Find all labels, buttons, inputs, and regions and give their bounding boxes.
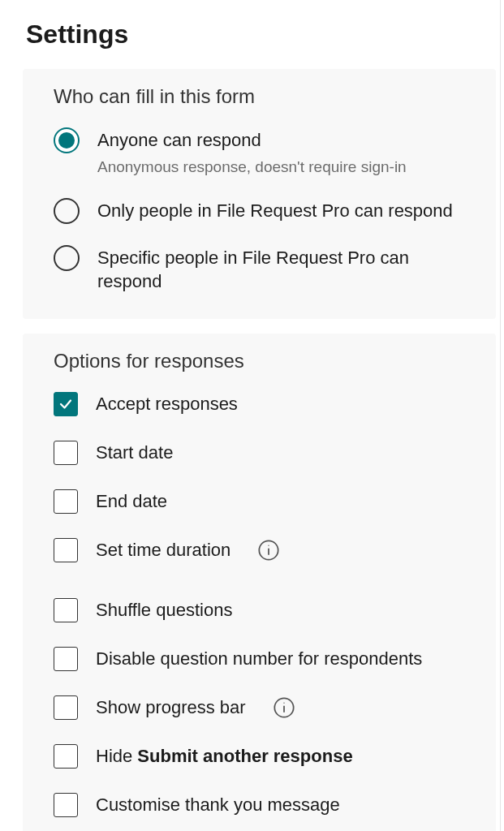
checkbox-icon: [54, 744, 78, 769]
checkbox-shuffle-label: Shuffle questions: [96, 600, 232, 621]
radio-circle-icon: [54, 127, 80, 153]
checkbox-accept-label: Accept responses: [96, 394, 238, 415]
radio-specific-people[interactable]: Specific people in File Request Pro can …: [54, 245, 473, 293]
checkbox-show-progress-bar[interactable]: Show progress bar: [54, 695, 473, 720]
checkbox-icon: [54, 489, 78, 514]
checkbox-hide-submit-another[interactable]: Hide Submit another response: [54, 744, 473, 769]
radio-circle-icon: [54, 198, 80, 224]
checkbox-end-date[interactable]: End date: [54, 489, 473, 514]
checkbox-start-date-label: Start date: [96, 442, 173, 463]
radio-org-only-label: Only people in File Request Pro can resp…: [97, 200, 473, 223]
radio-text-block: Anyone can respond Anonymous response, d…: [97, 127, 473, 177]
checkbox-disable-question-number[interactable]: Disable question number for respondents: [54, 647, 473, 671]
svg-point-2: [269, 545, 269, 546]
radio-anyone-label: Anyone can respond: [97, 129, 473, 153]
info-icon[interactable]: [256, 538, 281, 562]
checkbox-custom-thank-you[interactable]: Customise thank you message: [54, 793, 473, 817]
spacer: [54, 587, 473, 598]
checkbox-thank-you-label: Customise thank you message: [96, 794, 340, 816]
panel-divider: [500, 0, 501, 831]
response-options-card: Options for responses Accept responses S…: [23, 334, 496, 831]
checkbox-start-date[interactable]: Start date: [54, 441, 473, 465]
radio-specific-label: Specific people in File Request Pro can …: [97, 247, 473, 293]
checkbox-time-duration[interactable]: Set time duration: [54, 538, 473, 562]
page-title: Settings: [0, 0, 504, 69]
response-options-heading: Options for responses: [54, 350, 473, 372]
svg-point-5: [283, 703, 284, 704]
checkbox-hide-submit-label: Hide Submit another response: [96, 746, 353, 767]
radio-text-block: Only people in File Request Pro can resp…: [97, 198, 473, 223]
checkbox-icon: [54, 392, 78, 416]
hide-submit-bold: Submit another response: [137, 746, 352, 766]
radio-org-only[interactable]: Only people in File Request Pro can resp…: [54, 198, 473, 224]
checkbox-icon: [54, 538, 78, 562]
radio-anyone[interactable]: Anyone can respond Anonymous response, d…: [54, 127, 473, 177]
who-can-fill-heading: Who can fill in this form: [54, 85, 473, 108]
checkbox-icon: [54, 598, 78, 622]
checkbox-icon: [54, 647, 78, 671]
checkbox-accept-responses[interactable]: Accept responses: [54, 392, 473, 416]
info-icon[interactable]: [272, 695, 296, 720]
checkbox-icon: [54, 441, 78, 465]
radio-anyone-sub: Anonymous response, doesn't require sign…: [97, 157, 473, 178]
who-can-fill-card: Who can fill in this form Anyone can res…: [23, 69, 496, 319]
checkbox-end-date-label: End date: [96, 491, 167, 512]
hide-submit-prefix: Hide: [96, 746, 137, 766]
checkbox-icon: [54, 793, 78, 817]
radio-circle-icon: [54, 245, 80, 271]
checkbox-icon: [54, 695, 78, 720]
checkbox-shuffle-questions[interactable]: Shuffle questions: [54, 598, 473, 622]
checkbox-progress-label: Show progress bar: [96, 697, 246, 718]
checkbox-disable-number-label: Disable question number for respondents: [96, 648, 422, 670]
checkbox-time-duration-label: Set time duration: [96, 540, 230, 561]
radio-text-block: Specific people in File Request Pro can …: [97, 245, 473, 293]
